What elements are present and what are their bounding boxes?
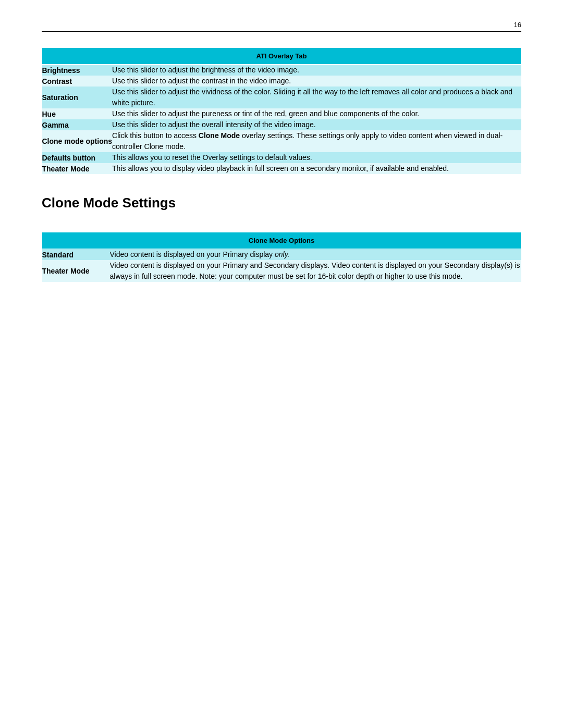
term-standard: Standard [42,249,110,261]
clone-mode-section-heading: Clone Mode Settings [42,195,521,211]
table-row: Standard Video content is displayed on y… [42,249,521,261]
desc-theater-mode-clone: Video content is displayed on your Prima… [110,260,521,282]
term-theater-mode-overlay: Theater Mode [42,163,113,174]
table-row: Clone mode options Click this button to … [42,130,521,152]
desc-contrast: Use this slider to adjust the contrast i… [112,76,521,87]
table-row: Defaults button This allows you to reset… [42,152,521,163]
table-row: Hue Use this slider to adjust the purene… [42,108,521,119]
term-contrast: Contrast [42,76,113,87]
table-row: Brightness Use this slider to adjust the… [42,65,521,76]
clone-table-header-row: Clone Mode Options [42,232,521,249]
term-theater-mode-clone: Theater Mode [42,260,110,282]
clone-table-header: Clone Mode Options [42,232,521,249]
clone-mode-bold: Clone Mode [199,131,240,140]
term-hue: Hue [42,108,113,119]
page-number: 16 [514,21,521,29]
term-gamma: Gamma [42,119,113,130]
term-brightness: Brightness [42,65,113,76]
desc-saturation: Use this slider to adjust the vividness … [112,87,521,108]
desc-standard: Video content is displayed on your Prima… [110,249,521,261]
standard-italic: only. [275,250,290,258]
table-row: Contrast Use this slider to adjust the c… [42,76,521,87]
desc-brightness: Use this slider to adjust the brightness… [112,65,521,76]
term-clone-mode-options: Clone mode options [42,130,113,152]
desc-theater-mode-overlay: This allows you to display video playbac… [112,163,521,174]
desc-gamma: Use this slider to adjust the overall in… [112,119,521,130]
page-container: 16 ATI Overlay Tab Brightness Use this s… [0,0,563,728]
clone-table: Clone Mode Options Standard Video conten… [42,232,521,282]
overlay-table-header: ATI Overlay Tab [42,48,521,65]
term-saturation: Saturation [42,87,113,108]
table-row: Theater Mode This allows you to display … [42,163,521,174]
desc-clone-mode-options: Click this button to access Clone Mode o… [112,130,521,152]
term-defaults-button: Defaults button [42,152,113,163]
table-row: Theater Mode Video content is displayed … [42,260,521,282]
table-row: Saturation Use this slider to adjust the… [42,87,521,108]
divider-line [42,31,521,32]
desc-defaults-button: This allows you to reset the Overlay set… [112,152,521,163]
overlay-table-header-row: ATI Overlay Tab [42,48,521,65]
table-row: Gamma Use this slider to adjust the over… [42,119,521,130]
desc-hue: Use this slider to adjust the pureness o… [112,108,521,119]
overlay-table: ATI Overlay Tab Brightness Use this slid… [42,47,521,174]
